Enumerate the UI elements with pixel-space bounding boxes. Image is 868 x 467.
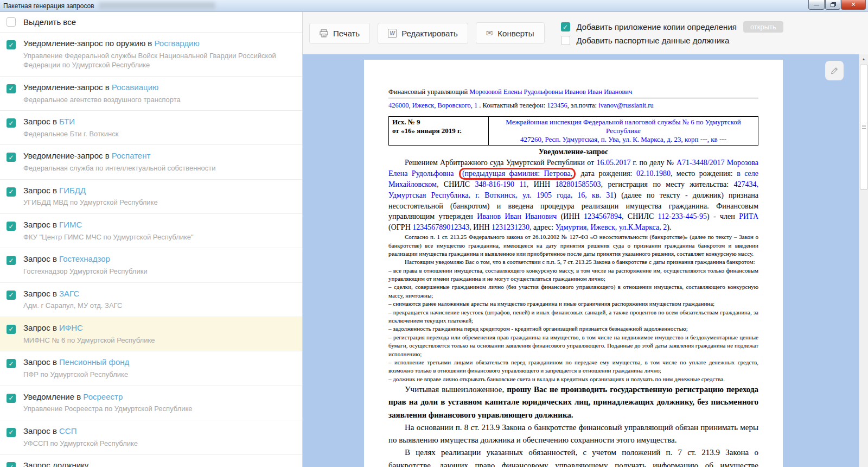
item-title-link[interactable]: Пенсионный фонд [59,357,129,367]
preview-scrollbar[interactable]: ▲ [859,54,868,467]
item-checkbox[interactable]: ✓ [7,222,16,231]
item-text: Уведомление-запрос в Роспатент Федеральн… [23,151,216,173]
item-subtitle: УФССП по Удмуртской Республике [23,439,138,449]
item-title-link[interactable]: ГИМС [59,220,82,229]
item-title: Запрос должнику [23,460,129,467]
item-checkbox[interactable]: ✓ [7,359,16,368]
list-item[interactable]: ✓ Уведомление-запрос по оружию в Росгвар… [0,33,302,77]
scrollbar-thumb[interactable] [860,65,868,190]
list-item[interactable]: ✓ Запрос должнику Морозовой Елене Рудоль… [0,455,302,467]
item-checkbox[interactable]: ✓ [7,428,16,437]
list-item[interactable]: ✓ Запрос в ЗАГС Адм. г Сарапул, МУ отд. … [0,283,302,317]
item-title: Запрос в ГИБДД [23,186,158,196]
text-segment: ivanov@russianit.ru [598,102,653,109]
text-segment: , СНИЛС [622,212,658,220]
item-checkbox[interactable]: ✓ [7,291,16,300]
text-segment: 123456 [547,102,567,109]
item-subtitle: Федеральное Бти г. Воткинск [23,129,118,139]
edit-annotation-button[interactable] [825,61,844,80]
passport-data-row[interactable]: Добавить паспортные данные должника [561,36,783,45]
item-title-link[interactable]: ЗАГС [59,289,79,298]
item-subtitle: Управление Федеральной службы Войск Наци… [23,51,284,70]
doc-paragraph-request: Учитывая вышеизложенное, прошу Вас не пр… [388,383,758,421]
edit-button[interactable]: W Редактировать [378,23,468,44]
item-title-link[interactable]: ИФНС [59,323,83,332]
item-checkbox[interactable]: ✓ [7,325,16,334]
doc-paragraph-decision: Решением Арбитражного суда Удмуртской Ре… [388,157,758,233]
item-checkbox[interactable]: ✓ [7,153,16,162]
list-item[interactable]: ✓ Запрос в БТИ Федеральное Бти г. Воткин… [0,111,302,145]
item-subtitle: Федеральное агентство воздушного транспо… [23,95,181,105]
select-all-row[interactable]: Выделить все [0,12,302,33]
toolbar: Печать W Редактировать ✉ Конверты ✓ Доба… [303,12,868,54]
restore-button[interactable] [825,0,840,10]
envelopes-button[interactable]: ✉ Конверты [476,22,545,44]
item-checkbox[interactable]: ✓ [7,40,16,49]
item-title: Уведомление-запрос в Роспатент [23,151,216,161]
main-panel: Печать W Редактировать ✉ Конверты ✓ Доба… [303,12,868,467]
scrollbar-up-arrow[interactable]: ▲ [859,54,868,64]
doc-outgoing-no: Исх. № 9 [392,118,485,127]
text-segment: Иванов Иван Иванович [477,212,557,220]
close-button[interactable]: ✕ [841,0,866,10]
doc-header-line: Финансовый управляющий Морозовой Елены Р… [388,88,758,96]
text-segment: РИТА [739,212,758,220]
scrollbar-grip [862,125,866,129]
item-title: Уведомление-запрос по оружию в Росгварди… [23,39,284,49]
item-title-link[interactable]: ГИБДД [59,186,86,195]
select-all-checkbox[interactable] [7,17,16,27]
list-text-item: – прекращается начисление неустоек (штра… [388,308,758,325]
text-segment: , место рождения: [671,169,737,178]
attach-copy-checkbox[interactable]: ✓ [561,22,570,31]
text-segment: В целях реализации указанных обязанносте… [388,448,758,467]
item-title-link[interactable]: Гостехнадзор [59,254,110,263]
preview-wrap: Финансовый управляющий Морозовой Елены Р… [303,54,868,467]
text-segment: , СНИЛС [437,180,475,188]
text-segment: (предыдущая фамилия: Петрова, [459,168,576,180]
list-item[interactable]: ✓ Уведомление в Росреестр Управление Рос… [0,386,302,420]
select-all-label: Выделить все [23,17,76,27]
close-icon: ✕ [851,1,856,8]
attach-copy-row[interactable]: ✓ Добавить приложение копии определения … [561,21,783,33]
passport-data-label: Добавить паспортные данные должника [577,36,730,45]
item-checkbox[interactable]: ✓ [7,187,16,197]
list-item[interactable]: ✓ Уведомление-запрос в Роспатент Федерал… [0,145,302,179]
item-title-link[interactable]: БТИ [59,117,75,126]
text-segment: 112-233-445-95 [658,212,707,220]
doc-recipient-line2: 427260, Респ. Удмуртская, п. Ува, ул. К.… [492,135,755,144]
list-item[interactable]: ✓ Уведомление-запрос в Росавиацию Федера… [0,77,302,111]
item-title-text: Уведомление-запрос в [23,83,112,92]
item-checkbox[interactable]: ✓ [7,462,16,467]
printer-icon [320,29,328,37]
sidebar-list: ✓ Уведомление-запрос по оружию в Росгвар… [0,33,302,467]
text-segment: дата рождения: [577,169,636,178]
item-title-link[interactable]: Росгвардию [154,39,199,48]
open-attachment-button[interactable]: открыть [743,21,783,33]
minimize-button[interactable]: — [808,0,825,10]
passport-data-checkbox[interactable] [561,36,570,45]
item-checkbox[interactable]: ✓ [7,256,16,265]
item-subtitle: Федеральная служба по интеллектуальной с… [23,163,216,173]
item-title: Уведомление-запрос в Росавиацию [23,83,181,93]
window-title: Пакетная генерация запросов [3,2,94,10]
item-checkbox[interactable]: ✓ [7,84,16,93]
list-text-item: – снимаются ранее наложенные аресты на и… [388,300,758,308]
list-item[interactable]: ✓ Запрос в Пенсионный фонд ПФР по Удмурт… [0,351,302,386]
item-title-link[interactable]: ССП [59,426,76,436]
item-title-link[interactable]: Росавиацию [112,83,158,92]
list-item[interactable]: ✓ Запрос в ГИМС ФКУ "Центр ГИМС МЧС по У… [0,214,302,248]
text-segment: Удмуртия, Ижевск, ул.К.Маркса, 2 [556,223,667,231]
restore-icon [831,3,835,7]
text-segment: . Контактный телефон: [477,102,547,109]
item-checkbox[interactable]: ✓ [7,118,16,128]
list-item[interactable]: ✓ Запрос в ГИБДД УГИБДД МВД по Удмуртско… [0,180,302,214]
item-title: Запрос в ССП [23,426,138,437]
list-item[interactable]: ✓ Запрос в Гостехнадзор Гостехнадзор Удм… [0,248,302,282]
doc-title: Уведомление-запрос [388,148,758,156]
list-item[interactable]: ✓ Запрос в ССП УФССП по Удмуртской Респу… [0,420,302,455]
item-checkbox[interactable]: ✓ [7,394,16,403]
list-item[interactable]: ✓ Запрос в ИФНС МИФНС № 6 по Удмуртской … [0,317,302,351]
item-title-link[interactable]: Росреестр [83,392,123,401]
print-button[interactable]: Печать [309,23,370,44]
item-title-link[interactable]: Роспатент [112,151,151,160]
